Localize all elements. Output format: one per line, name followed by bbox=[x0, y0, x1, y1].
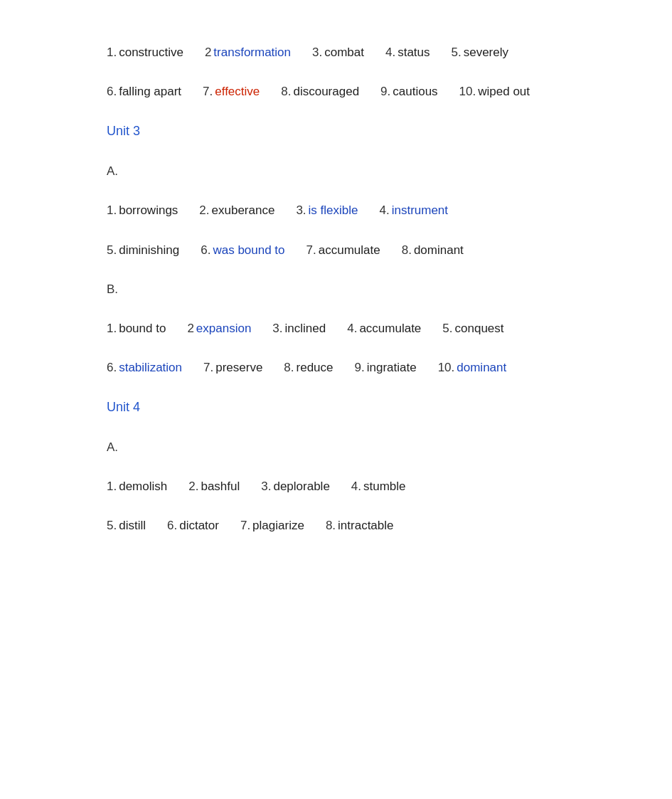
list-item: 6. dictator bbox=[167, 516, 233, 535]
item-word: expansion bbox=[196, 319, 252, 338]
item-number: 6. bbox=[201, 240, 210, 260]
item-word: deplorable bbox=[273, 477, 329, 496]
item-number: 7. bbox=[203, 82, 213, 101]
list-item: 7. effective bbox=[203, 82, 274, 101]
item-word: effective bbox=[215, 82, 260, 101]
list-item: 1. bound to bbox=[107, 319, 180, 338]
item-word: dictator bbox=[179, 516, 219, 535]
list-item: 6. was bound to bbox=[201, 240, 299, 260]
item-number: 2. bbox=[199, 201, 209, 220]
list-item: 5. severely bbox=[452, 43, 523, 62]
item-word: status bbox=[398, 43, 430, 62]
list-item: 2. bashful bbox=[188, 477, 254, 496]
answer-line: 1. borrowings2. exuberance3. is flexible… bbox=[107, 201, 565, 220]
item-number: 9. bbox=[355, 358, 365, 377]
answer-line: 1. bound to2 expansion3. inclined4. accu… bbox=[107, 319, 565, 338]
item-word: dominant bbox=[457, 358, 506, 377]
item-number: 6. bbox=[107, 358, 117, 377]
list-item: 5. conquest bbox=[442, 319, 518, 338]
item-word: accumulate bbox=[359, 319, 421, 338]
list-item: 3. deplorable bbox=[261, 477, 344, 496]
item-number: 7. bbox=[203, 358, 213, 377]
item-number: 4. bbox=[385, 43, 395, 62]
list-item: 3. is flexible bbox=[296, 201, 372, 220]
list-item: 3. combat bbox=[312, 43, 378, 62]
item-word: exuberance bbox=[212, 201, 275, 220]
item-number: 3. bbox=[261, 477, 271, 496]
item-number: 4. bbox=[379, 201, 389, 220]
list-item: 8. dominant bbox=[402, 240, 478, 260]
item-number: 4. bbox=[347, 319, 357, 338]
list-item: 5. diminishing bbox=[107, 240, 193, 260]
list-item: 8. reduce bbox=[284, 358, 347, 377]
item-word: distill bbox=[119, 516, 146, 535]
item-word: accumulate bbox=[319, 240, 380, 260]
answer-line: 1. demolish2. bashful3. deplorable4. stu… bbox=[107, 477, 565, 496]
list-item: 7. accumulate bbox=[306, 240, 395, 260]
answer-line: 6. stabilization7. preserve8. reduce9. i… bbox=[107, 358, 565, 377]
item-word: stabilization bbox=[119, 358, 182, 377]
item-number: 1. bbox=[107, 201, 117, 220]
item-number: 3. bbox=[312, 43, 322, 62]
item-word: inclined bbox=[285, 319, 326, 338]
item-number: 2 bbox=[205, 43, 211, 62]
section-label: B. bbox=[107, 280, 565, 299]
answer-line: 1. constructive2 transformation3. combat… bbox=[107, 43, 565, 62]
item-number: 2 bbox=[187, 319, 193, 338]
item-word: diminishing bbox=[119, 240, 179, 260]
answer-line: 6. falling apart7. effective8. discourag… bbox=[107, 82, 565, 101]
item-number: 8. bbox=[402, 240, 412, 260]
item-word: falling apart bbox=[119, 82, 181, 101]
item-word: cautious bbox=[393, 82, 437, 101]
item-word: transformation bbox=[213, 43, 291, 62]
item-number: 8. bbox=[281, 82, 291, 101]
item-number: 4. bbox=[351, 477, 361, 496]
item-word: ingratiate bbox=[367, 358, 417, 377]
list-item: 4. status bbox=[385, 43, 444, 62]
item-word: plagiarize bbox=[252, 516, 304, 535]
item-number: 5. bbox=[107, 240, 117, 260]
section-label: A. bbox=[107, 438, 565, 457]
item-number: 9. bbox=[380, 82, 390, 101]
item-number: 3. bbox=[296, 201, 306, 220]
item-number: 8. bbox=[326, 516, 336, 535]
list-item: 4. instrument bbox=[379, 201, 462, 220]
item-word: reduce bbox=[297, 358, 334, 377]
item-number: 1. bbox=[107, 319, 117, 338]
item-word: was bound to bbox=[213, 240, 284, 260]
item-word: constructive bbox=[119, 43, 183, 62]
answer-line: 5. distill6. dictator7. plagiarize8. int… bbox=[107, 516, 565, 535]
list-item: 8. intractable bbox=[326, 516, 408, 535]
list-item: 6. falling apart bbox=[107, 82, 196, 101]
list-item: 3. inclined bbox=[272, 319, 340, 338]
item-word: bound to bbox=[119, 319, 166, 338]
item-number: 5. bbox=[452, 43, 462, 62]
item-number: 6. bbox=[107, 82, 117, 101]
item-word: intractable bbox=[338, 516, 393, 535]
list-item: 1. demolish bbox=[107, 477, 181, 496]
item-word: wiped out bbox=[478, 82, 530, 101]
item-number: 7. bbox=[306, 240, 316, 260]
item-number: 2. bbox=[188, 477, 198, 496]
section-label: A. bbox=[107, 162, 565, 181]
item-word: combat bbox=[324, 43, 364, 62]
list-item: 4. stumble bbox=[351, 477, 420, 496]
list-item: 2 expansion bbox=[187, 319, 265, 338]
item-number: 10. bbox=[438, 358, 455, 377]
item-number: 1. bbox=[107, 477, 117, 496]
item-number: 3. bbox=[272, 319, 282, 338]
item-number: 5. bbox=[107, 516, 117, 535]
item-word: stumble bbox=[363, 477, 406, 496]
item-word: bashful bbox=[201, 477, 240, 496]
item-word: severely bbox=[464, 43, 508, 62]
list-item: 5. distill bbox=[107, 516, 160, 535]
item-word: instrument bbox=[392, 201, 448, 220]
answer-line: 5. diminishing6. was bound to7. accumula… bbox=[107, 240, 565, 260]
item-word: preserve bbox=[215, 358, 262, 377]
list-item: 10. wiped out bbox=[459, 82, 544, 101]
list-item: 2. exuberance bbox=[199, 201, 289, 220]
unit-heading: Unit 4 bbox=[107, 397, 565, 418]
list-item: 4. accumulate bbox=[347, 319, 435, 338]
list-item: 8. discouraged bbox=[281, 82, 373, 101]
list-item: 1. constructive bbox=[107, 43, 198, 62]
